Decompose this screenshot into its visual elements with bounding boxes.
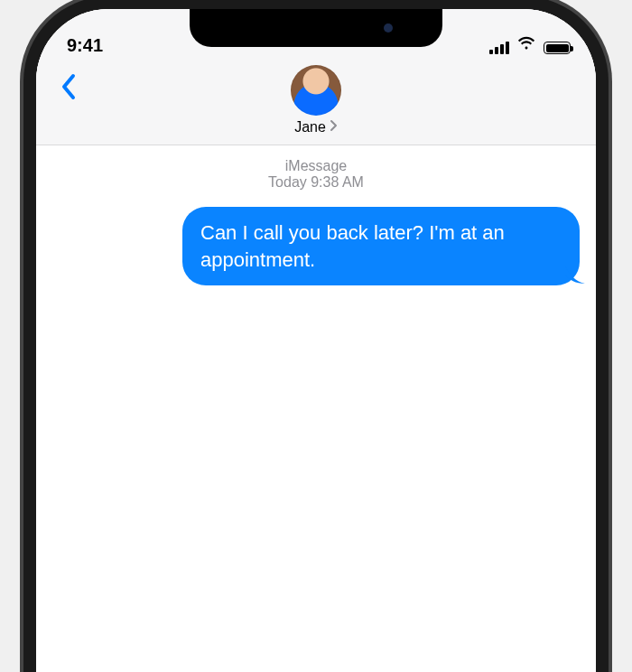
notch bbox=[190, 9, 442, 47]
contact-avatar[interactable] bbox=[291, 65, 341, 116]
chevron-left-icon bbox=[60, 73, 77, 100]
status-time: 9:41 bbox=[67, 35, 103, 60]
battery-icon bbox=[544, 42, 571, 54]
wifi-icon bbox=[516, 33, 536, 54]
screen: 9:41 bbox=[36, 9, 596, 672]
thread-timestamp: Today 9:38 AM bbox=[52, 174, 580, 191]
service-label: iMessage bbox=[52, 158, 580, 174]
phone-frame: 9:41 bbox=[36, 9, 596, 672]
contact-name-button[interactable]: Jane bbox=[294, 119, 338, 135]
cellular-signal-icon bbox=[489, 42, 509, 54]
conversation-header: Jane bbox=[36, 60, 596, 145]
back-button[interactable] bbox=[49, 67, 88, 107]
bubble-tail-icon bbox=[565, 266, 585, 284]
message-row-outgoing: Can I call you back later? I'm at an app… bbox=[52, 207, 580, 285]
contact-name-label: Jane bbox=[294, 119, 326, 135]
conversation-thread[interactable]: iMessage Today 9:38 AM Can I call you ba… bbox=[36, 145, 596, 672]
chevron-right-icon bbox=[330, 119, 338, 135]
message-bubble[interactable]: Can I call you back later? I'm at an app… bbox=[182, 207, 580, 285]
